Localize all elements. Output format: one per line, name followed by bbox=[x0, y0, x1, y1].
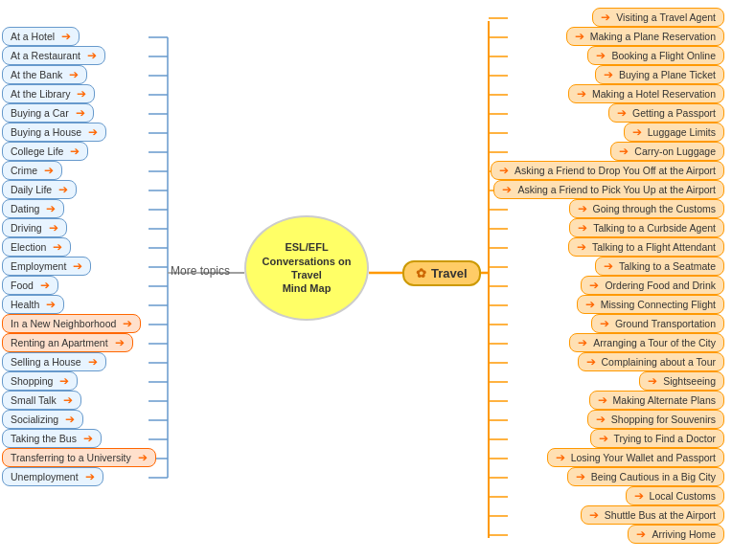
left-topic-label-10: Driving bbox=[11, 222, 42, 234]
right-topic-label-11: Talking to a Curbside Agent bbox=[593, 222, 716, 234]
arrow-left-icon-11: ➔ bbox=[53, 240, 62, 254]
right-topic-14[interactable]: ➔ Ordering Food and Drink bbox=[581, 276, 724, 295]
right-topic-9[interactable]: ➔ Asking a Friend to Pick You Up at the … bbox=[493, 180, 724, 199]
travel-node[interactable]: ✿ Travel bbox=[402, 260, 481, 286]
right-topic-2[interactable]: ➔ Booking a Flight Online bbox=[587, 46, 724, 65]
right-topic-label-8: Asking a Friend to Drop You Off at the A… bbox=[515, 165, 716, 176]
left-topic-label-18: Shopping bbox=[11, 375, 53, 387]
right-topic-22[interactable]: ➔ Trying to Find a Doctor bbox=[590, 429, 724, 448]
right-topic-18[interactable]: ➔ Complaining about a Tour bbox=[578, 352, 724, 371]
left-topic-label-6: College Life bbox=[11, 146, 63, 157]
right-topic-label-6: Luggage Limits bbox=[648, 126, 716, 138]
left-topic-label-23: Unemployment bbox=[11, 471, 79, 482]
left-topic-5[interactable]: Buying a House ➔ bbox=[2, 123, 106, 142]
left-topic-label-7: Crime bbox=[11, 165, 37, 176]
arrow-right-icon-23: ➔ bbox=[556, 451, 565, 464]
right-topic-24[interactable]: ➔ Being Cautious in a Big City bbox=[567, 467, 724, 486]
arrow-right-icon-20: ➔ bbox=[598, 393, 607, 407]
left-topic-8[interactable]: Daily Life ➔ bbox=[2, 180, 77, 199]
right-topic-21[interactable]: ➔ Shopping for Souvenirs bbox=[587, 410, 724, 429]
right-topic-label-0: Visiting a Travel Agent bbox=[616, 11, 716, 23]
arrow-left-icon-1: ➔ bbox=[87, 49, 97, 62]
left-topic-label-13: Food bbox=[11, 280, 34, 291]
arrow-left-icon-18: ➔ bbox=[59, 374, 69, 388]
left-topic-23[interactable]: Unemployment ➔ bbox=[2, 467, 103, 486]
right-topic-label-2: Booking a Flight Online bbox=[611, 50, 716, 61]
right-topic-label-14: Ordering Food and Drink bbox=[605, 280, 716, 291]
right-topic-17[interactable]: ➔ Arranging a Tour of the City bbox=[569, 333, 724, 352]
right-topic-7[interactable]: ➔ Carry-on Luggage bbox=[610, 142, 724, 161]
right-topic-8[interactable]: ➔ Asking a Friend to Drop You Off at the… bbox=[491, 161, 724, 180]
arrow-right-icon-8: ➔ bbox=[499, 164, 509, 177]
right-topic-label-12: Talking to a Flight Attendant bbox=[592, 241, 716, 253]
right-topic-label-10: Going through the Customs bbox=[593, 203, 716, 214]
arrow-right-icon-18: ➔ bbox=[586, 355, 596, 369]
arrow-right-icon-1: ➔ bbox=[575, 30, 584, 43]
arrow-left-icon-4: ➔ bbox=[76, 106, 85, 120]
left-topic-11[interactable]: Election ➔ bbox=[2, 237, 71, 257]
left-topic-19[interactable]: Small Talk ➔ bbox=[2, 391, 81, 410]
left-topic-7[interactable]: Crime ➔ bbox=[2, 161, 62, 180]
right-topic-3[interactable]: ➔ Buying a Plane Ticket bbox=[595, 65, 724, 84]
arrow-left-icon-23: ➔ bbox=[85, 470, 95, 483]
left-topic-label-19: Small Talk bbox=[11, 394, 57, 406]
right-topic-label-5: Getting a Passport bbox=[632, 107, 716, 119]
left-topic-4[interactable]: Buying a Car ➔ bbox=[2, 103, 94, 123]
right-topic-0[interactable]: ➔ Visiting a Travel Agent bbox=[592, 8, 724, 27]
right-topic-13[interactable]: ➔ Talking to a Seatmate bbox=[595, 257, 724, 276]
arrow-left-icon-19: ➔ bbox=[63, 393, 73, 407]
arrow-right-icon-15: ➔ bbox=[585, 298, 595, 311]
left-topic-0[interactable]: At a Hotel ➔ bbox=[2, 27, 80, 46]
right-topic-label-27: Arriving Home bbox=[652, 528, 716, 540]
left-topic-20[interactable]: Socializing ➔ bbox=[2, 410, 83, 429]
right-topic-16[interactable]: ➔ Ground Transportation bbox=[591, 314, 724, 333]
left-topic-label-11: Election bbox=[11, 241, 46, 253]
right-topic-6[interactable]: ➔ Luggage Limits bbox=[624, 123, 724, 142]
left-topic-label-2: At the Bank bbox=[11, 69, 62, 80]
left-topic-17[interactable]: Selling a House ➔ bbox=[2, 352, 106, 371]
left-topic-9[interactable]: Dating ➔ bbox=[2, 199, 64, 218]
left-topic-22[interactable]: Transferring to a University ➔ bbox=[2, 448, 156, 467]
right-topic-27[interactable]: ➔ Arriving Home bbox=[628, 525, 724, 544]
left-topic-label-8: Daily Life bbox=[11, 184, 52, 195]
right-topic-label-21: Shopping for Souvenirs bbox=[611, 414, 716, 425]
arrow-right-icon-10: ➔ bbox=[578, 202, 587, 215]
right-topic-19[interactable]: ➔ Sightseeing bbox=[639, 371, 724, 391]
right-topic-26[interactable]: ➔ Shuttle Bus at the Airport bbox=[581, 505, 724, 525]
left-topic-label-20: Socializing bbox=[11, 414, 58, 425]
right-topic-5[interactable]: ➔ Getting a Passport bbox=[608, 103, 724, 123]
right-topic-4[interactable]: ➔ Making a Hotel Reservation bbox=[568, 84, 724, 103]
right-topic-23[interactable]: ➔ Losing Your Wallet and Passport bbox=[547, 448, 724, 467]
left-topic-6[interactable]: College Life ➔ bbox=[2, 142, 88, 161]
right-topic-label-25: Local Customs bbox=[650, 490, 716, 502]
left-topic-18[interactable]: Shopping ➔ bbox=[2, 371, 78, 391]
left-topic-1[interactable]: At a Restaurant ➔ bbox=[2, 46, 105, 65]
left-topic-12[interactable]: Employment ➔ bbox=[2, 257, 91, 276]
arrow-left-icon-22: ➔ bbox=[138, 451, 148, 464]
left-topic-16[interactable]: Renting an Apartment ➔ bbox=[2, 333, 133, 352]
left-topic-2[interactable]: At the Bank ➔ bbox=[2, 65, 87, 84]
right-topic-12[interactable]: ➔ Talking to a Flight Attendant bbox=[568, 237, 724, 257]
right-topic-1[interactable]: ➔ Making a Plane Reservation bbox=[566, 27, 724, 46]
right-topic-label-24: Being Cautious in a Big City bbox=[591, 471, 716, 482]
arrow-left-icon-7: ➔ bbox=[44, 164, 54, 177]
arrow-right-icon-16: ➔ bbox=[600, 317, 609, 330]
left-topic-13[interactable]: Food ➔ bbox=[2, 276, 58, 295]
arrow-left-icon-5: ➔ bbox=[88, 125, 98, 139]
left-topic-10[interactable]: Driving ➔ bbox=[2, 218, 67, 237]
left-topic-label-21: Taking the Bus bbox=[11, 433, 77, 444]
left-topic-label-14: Health bbox=[11, 299, 39, 310]
left-topic-label-9: Dating bbox=[11, 203, 39, 214]
left-topic-label-5: Buying a House bbox=[11, 126, 81, 138]
arrow-right-icon-4: ➔ bbox=[577, 87, 586, 101]
right-topic-15[interactable]: ➔ Missing Connecting Flight bbox=[577, 295, 724, 314]
left-topic-label-4: Buying a Car bbox=[11, 107, 69, 119]
left-topic-21[interactable]: Taking the Bus ➔ bbox=[2, 429, 102, 448]
left-topic-14[interactable]: Health ➔ bbox=[2, 295, 64, 314]
right-topic-20[interactable]: ➔ Making Alternate Plans bbox=[589, 391, 724, 410]
left-topic-3[interactable]: At the Library ➔ bbox=[2, 84, 95, 103]
left-topic-15[interactable]: In a New Neighborhood ➔ bbox=[2, 314, 141, 333]
right-topic-11[interactable]: ➔ Talking to a Curbside Agent bbox=[569, 218, 724, 237]
right-topic-25[interactable]: ➔ Local Customs bbox=[626, 486, 724, 505]
right-topic-10[interactable]: ➔ Going through the Customs bbox=[569, 199, 724, 218]
